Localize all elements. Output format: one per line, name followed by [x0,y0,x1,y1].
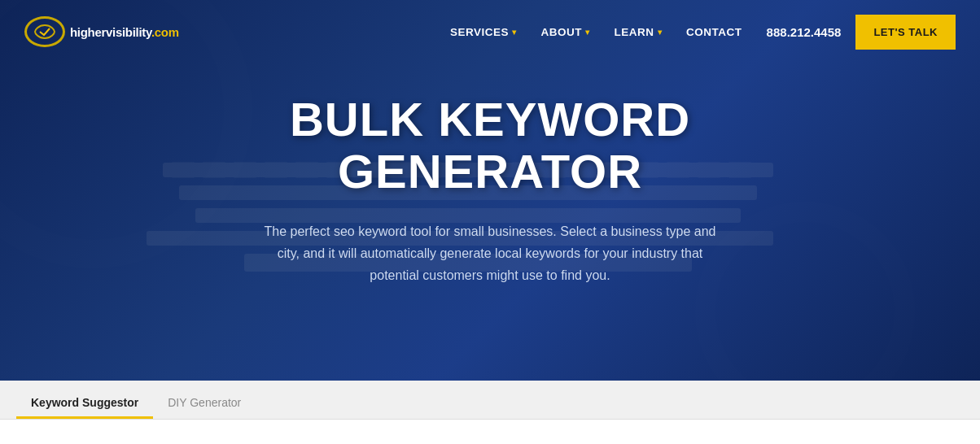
logo-oval-icon [24,16,65,47]
hero-title: BULK KEYWORD GENERATOR [221,94,759,198]
tab-diy-generator[interactable]: DIY Generator [153,385,256,419]
tab-keyword-suggestor[interactable]: Keyword Suggestor [16,385,153,419]
nav-learn[interactable]: LEARN ▾ [605,20,672,45]
tabs-bar: Keyword Suggestor DIY Generator [0,381,980,420]
logo-text: highervisibility.com [70,25,179,39]
lets-talk-button[interactable]: LET'S TALK [855,15,956,50]
chevron-down-icon: ▾ [585,28,590,37]
chevron-down-icon: ▾ [658,28,663,37]
nav-about[interactable]: ABOUT ▾ [532,20,600,45]
nav-contact[interactable]: CONTACT [676,20,752,45]
nav: SERVICES ▾ ABOUT ▾ LEARN ▾ CONTACT 888.2… [440,15,956,50]
hero-content: BULK KEYWORD GENERATOR The perfect seo k… [205,94,775,286]
logo[interactable]: highervisibility.com [24,16,179,47]
header: highervisibility.com SERVICES ▾ ABOUT ▾ … [0,0,980,63]
hero-subtitle: The perfect seo keyword tool for small b… [254,220,726,287]
nav-services[interactable]: SERVICES ▾ [440,20,527,45]
chevron-down-icon: ▾ [512,28,517,37]
nav-phone[interactable]: 888.212.4458 [757,19,851,46]
